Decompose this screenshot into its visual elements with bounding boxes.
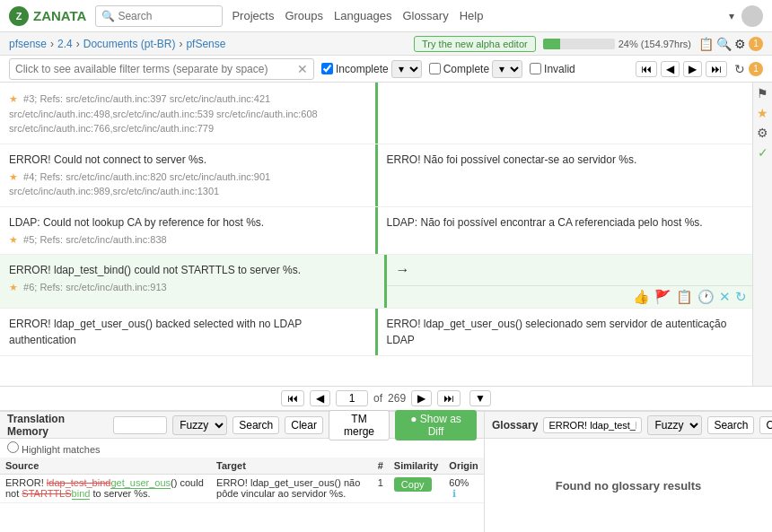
sidebar-icon-2[interactable]: ★ xyxy=(757,106,768,120)
complete-checkbox[interactable] xyxy=(429,63,441,74)
target-text: ERRO! ldap_get_user_ous() selecionado se… xyxy=(387,318,727,346)
first-page-btn[interactable]: ⏮ xyxy=(281,390,304,406)
breadcrumb-version[interactable]: 2.4 xyxy=(57,38,73,50)
tm-result-row: ERROR! ldap_test_bindget_user_ous() coul… xyxy=(0,475,484,503)
pagination-bar: ⏮ ◀ of 269 ▶ ⏭ ▼ xyxy=(0,386,772,411)
nav-languages[interactable]: Languages xyxy=(334,9,391,22)
icon1[interactable]: 📋 xyxy=(698,37,714,51)
col-origin: Origin xyxy=(443,458,484,475)
next-page-btn[interactable]: ▶ xyxy=(411,390,432,406)
breadcrumb-pfsense[interactable]: pfsense xyxy=(9,38,47,50)
incomplete-checkbox[interactable] xyxy=(321,63,333,74)
breadcrumb-current[interactable]: pfSense xyxy=(186,38,225,50)
filter-input[interactable] xyxy=(15,63,294,75)
row-meta: ★ #3; Refs: src/etc/inc/auth.inc:397 src… xyxy=(9,92,366,136)
logo: Z ZANATA xyxy=(9,6,86,26)
sidebar-icon-1[interactable]: ⚑ xyxy=(757,86,768,100)
bottom-panel: Translation Memory Fuzzy Search Clear TM… xyxy=(0,411,772,532)
page-input[interactable] xyxy=(336,390,368,406)
radio-icon: ● xyxy=(410,413,417,425)
avatar[interactable] xyxy=(741,5,763,27)
filter-clear-btn[interactable]: ✕ xyxy=(297,62,308,76)
highlight-label: Highlight matches xyxy=(22,444,100,455)
active-target-cell[interactable]: → xyxy=(387,255,753,285)
last-page-btn[interactable]: ⏭ xyxy=(706,61,727,77)
source-cell: ERROR! Could not connect to server %s. ★… xyxy=(0,144,378,206)
refresh-icon[interactable]: ↻ xyxy=(735,289,747,305)
icon2[interactable]: 🔍 xyxy=(716,37,732,51)
tm-merge-btn[interactable]: TM merge xyxy=(329,410,390,440)
copy-btn[interactable]: Copy xyxy=(394,477,432,492)
cancel-icon[interactable]: ✕ xyxy=(719,289,731,305)
active-table-row[interactable]: ERROR! ldap_test_bind() could not STARTT… xyxy=(0,255,752,309)
progress-label: 24% (154.97hrs) xyxy=(618,39,691,49)
target-cell: ERRO! ldap_get_user_ous() selecionado se… xyxy=(378,309,753,355)
glossary-search-btn[interactable]: Search xyxy=(707,416,754,434)
page-of: of xyxy=(373,392,382,405)
tm-copy-cell[interactable]: Copy xyxy=(389,475,444,503)
top-nav: Z ZANATA 🔍 Projects Groups Languages Glo… xyxy=(0,0,772,32)
tm-fuzzy-select[interactable]: Fuzzy xyxy=(172,415,227,435)
info-icon[interactable]: ℹ xyxy=(452,488,456,499)
nav-glossary[interactable]: Glossary xyxy=(402,9,448,22)
table-row: ERROR! ldap_get_user_ous() backed select… xyxy=(0,309,752,356)
star-icon: ★ xyxy=(9,171,18,182)
breadcrumb-docs[interactable]: Documents (pt-BR) xyxy=(83,38,176,50)
search-input[interactable] xyxy=(118,10,216,22)
nav-groups[interactable]: Groups xyxy=(285,9,323,22)
invalid-filter[interactable]: Invalid xyxy=(530,63,575,75)
highlight-row: Highlight matches xyxy=(0,439,484,458)
nav-links: Projects Groups Languages Glossary Help xyxy=(232,9,483,22)
complete-select[interactable]: ▾ xyxy=(492,60,522,78)
nav-projects[interactable]: Projects xyxy=(232,9,274,22)
glossary-fuzzy-select[interactable]: Fuzzy xyxy=(647,415,702,435)
thumbsup-icon[interactable]: 👍 xyxy=(633,289,650,305)
flag-icon[interactable]: 🚩 xyxy=(654,289,671,305)
icon3[interactable]: ⚙ xyxy=(734,37,746,51)
meta-text: #3; Refs: src/etc/inc/auth.inc:397 src/e… xyxy=(9,93,318,134)
history-icon[interactable]: 🕐 xyxy=(697,289,715,305)
sidebar-icon-3[interactable]: ⚙ xyxy=(757,126,768,140)
incomplete-filter[interactable]: Incomplete ▾ xyxy=(321,60,422,78)
invalid-checkbox[interactable] xyxy=(530,63,541,74)
first-page-btn[interactable]: ⏮ xyxy=(636,61,657,77)
row-meta: ★ #4; Refs: src/etc/inc/auth.inc:820 src… xyxy=(9,170,366,199)
copy-icon[interactable]: 📋 xyxy=(676,289,693,305)
glossary-clear-btn[interactable]: Clear xyxy=(759,416,772,434)
next-page-btn[interactable]: ▶ xyxy=(683,61,702,77)
tm-clear-btn[interactable]: Clear xyxy=(285,416,323,434)
prev-page-btn[interactable]: ◀ xyxy=(310,390,330,406)
search-box[interactable]: 🔍 xyxy=(95,5,223,27)
inserted-text2: bind xyxy=(72,488,91,500)
breadcrumb-bar: pfsense › 2.4 › Documents (pt-BR) › pfSe… xyxy=(0,32,772,56)
glossary-search-input[interactable] xyxy=(543,417,642,433)
nav-help[interactable]: Help xyxy=(460,9,484,22)
target-text: ERRO! Não foi possível conectar-se ao se… xyxy=(387,153,637,166)
prev-page-btn[interactable]: ◀ xyxy=(661,61,680,77)
refresh-btn[interactable]: ↻ xyxy=(734,62,745,76)
dropdown-arrow[interactable]: ▾ xyxy=(729,10,734,22)
highlight-radio[interactable] xyxy=(7,441,19,453)
glossary-no-results: Found no glossary results xyxy=(485,439,772,532)
meta-text: #6; Refs: src/etc/inc/auth.inc:913 xyxy=(23,282,167,292)
last-page-btn[interactable]: ⏭ xyxy=(437,390,461,406)
meta-text: #5; Refs: src/etc/inc/auth.inc:838 xyxy=(23,234,167,245)
search-icon: 🔍 xyxy=(101,10,115,22)
filter-container[interactable]: ✕ xyxy=(9,58,314,80)
show-diff-btn[interactable]: ● Show as Diff xyxy=(395,410,477,440)
page-total: 269 xyxy=(388,392,406,405)
alpha-editor-btn[interactable]: Try the new alpha editor xyxy=(414,36,536,52)
tm-search-input[interactable] xyxy=(113,416,167,434)
scroll-down-btn[interactable]: ▼ xyxy=(469,390,491,406)
target-cell: LDAP: Não foi possível encontrar a CA re… xyxy=(378,207,753,255)
source-cell: ★ #3; Refs: src/etc/inc/auth.inc:397 src… xyxy=(0,83,378,144)
tm-search-btn[interactable]: Search xyxy=(232,416,279,434)
col-target: Target xyxy=(211,458,373,475)
source-text: ERROR! ldap_test_bind() could not STARTT… xyxy=(9,262,375,278)
tm-header: Translation Memory Fuzzy Search Clear TM… xyxy=(0,412,484,439)
star-icon: ★ xyxy=(9,282,18,292)
complete-filter[interactable]: Complete ▾ xyxy=(429,60,522,78)
similarity-value: 60% xyxy=(449,477,469,488)
sidebar-icon-4[interactable]: ✓ xyxy=(758,145,768,160)
incomplete-select[interactable]: ▾ xyxy=(391,60,422,78)
